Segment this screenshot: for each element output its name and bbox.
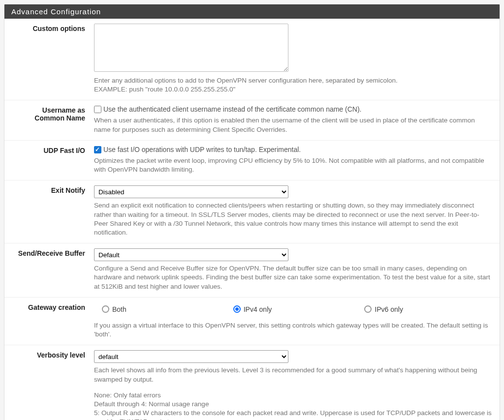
radio-gateway-ipv6[interactable]: IPv6 only <box>356 302 488 318</box>
help-send-recv-buffer: Configure a Send and Receive Buffer size… <box>94 264 493 291</box>
label-exit-notify: Exit Notify <box>11 185 94 237</box>
radio-icon <box>102 305 109 313</box>
row-custom-options: Custom options Enter any additional opti… <box>4 19 500 100</box>
radio-icon <box>233 305 241 313</box>
row-send-recv-buffer: Send/Receive Buffer Default Configure a … <box>4 243 500 298</box>
label-gateway-creation: Gateway creation <box>11 302 94 339</box>
help-verbosity-1: Each level shows all info from the previ… <box>94 366 493 384</box>
label-username-cn: Username as Common Name <box>11 105 94 134</box>
label-custom-options: Custom options <box>11 24 94 94</box>
advanced-config-panel: Advanced Configuration Custom options En… <box>4 4 500 420</box>
radio-icon <box>364 305 372 313</box>
select-send-recv-buffer[interactable]: Default <box>94 248 288 261</box>
radio-gateway-both[interactable]: Both <box>94 302 225 318</box>
row-gateway-creation: Gateway creation Both IPv4 only IPv6 onl… <box>4 298 500 345</box>
row-verbosity: Verbosity level default Each level shows… <box>4 345 500 420</box>
label-udp-fast-io: UDP Fast I/O <box>11 146 94 174</box>
select-verbosity[interactable]: default <box>94 350 288 363</box>
help-udp-fast-io: Optimizes the packet write event loop, i… <box>94 156 493 174</box>
help-verbosity-2: None: Only fatal errors <box>94 391 493 400</box>
row-udp-fast-io: UDP Fast I/O Use fast I/O operations wit… <box>4 141 500 180</box>
radio-label-both: Both <box>112 305 126 313</box>
checkbox-line-udp-fast-io[interactable]: Use fast I/O operations with UDP writes … <box>94 146 493 153</box>
checkbox-udp-fast-io[interactable] <box>94 146 101 153</box>
help-custom-options-2: EXAMPLE: push "route 10.0.0.0 255.255.25… <box>94 85 493 94</box>
help-exit-notify: Send an explicit exit notification to co… <box>94 201 493 237</box>
help-verbosity-3: Default through 4: Normal usage range <box>94 400 493 409</box>
panel-title: Advanced Configuration <box>4 4 500 19</box>
custom-options-textarea[interactable] <box>94 24 288 72</box>
help-verbosity-4: 5: Output R and W characters to the cons… <box>94 409 493 420</box>
checkbox-label-username-cn: Use the authenticated client username in… <box>103 105 361 113</box>
checkbox-username-cn[interactable] <box>94 106 101 113</box>
help-username-cn: When a user authenticates, if this optio… <box>94 116 493 134</box>
radio-group-gateway: Both IPv4 only IPv6 only <box>94 302 488 318</box>
help-gateway-creation: If you assign a virtual interface to thi… <box>94 321 493 339</box>
checkbox-label-udp-fast-io: Use fast I/O operations with UDP writes … <box>103 146 301 153</box>
radio-label-ipv6: IPv6 only <box>375 305 403 313</box>
label-verbosity: Verbosity level <box>11 350 94 420</box>
select-exit-notify[interactable]: Disabled <box>94 185 288 198</box>
help-custom-options-1: Enter any additional options to add to t… <box>94 76 493 85</box>
checkbox-line-username-cn[interactable]: Use the authenticated client username in… <box>94 105 493 113</box>
row-exit-notify: Exit Notify Disabled Send an explicit ex… <box>4 180 500 243</box>
radio-gateway-ipv4[interactable]: IPv4 only <box>225 302 357 318</box>
label-send-recv-buffer: Send/Receive Buffer <box>11 248 94 291</box>
row-username-cn: Username as Common Name Use the authenti… <box>4 100 500 140</box>
radio-label-ipv4: IPv4 only <box>244 305 272 313</box>
